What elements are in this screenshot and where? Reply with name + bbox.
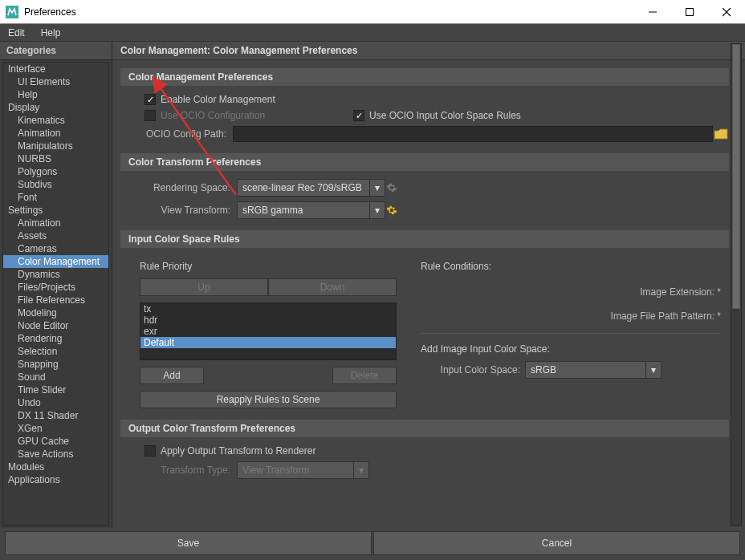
delete-button[interactable]: Delete: [332, 367, 397, 384]
sidebar-item-subdivs[interactable]: Subdivs: [3, 178, 108, 191]
use-ocio-config-checkbox[interactable]: [145, 110, 156, 121]
sidebar-item-file-references[interactable]: File References: [3, 294, 108, 306]
sidebar-item-manipulators[interactable]: Manipulators: [3, 140, 108, 152]
apply-output-transform-label: Apply Output Transform to Renderer: [161, 445, 316, 457]
sidebar-item-undo[interactable]: Undo: [3, 396, 108, 409]
reapply-rules-button[interactable]: Reapply Rules to Scene: [140, 391, 397, 408]
sidebar-item-assets[interactable]: Assets: [3, 229, 108, 242]
rendering-space-value: scene-linear Rec 709/sRGB: [242, 182, 362, 193]
image-extension-label: Image Extension: *: [421, 285, 721, 299]
sidebar-item-help[interactable]: Help: [3, 88, 108, 101]
view-transform-value: sRGB gamma: [242, 205, 303, 216]
menu-help[interactable]: Help: [38, 26, 64, 40]
sidebar-item-node-editor[interactable]: Node Editor: [3, 319, 108, 332]
view-transform-dropdown[interactable]: sRGB gamma ▾: [237, 201, 385, 219]
sidebar-item-display[interactable]: Display: [3, 101, 108, 114]
transform-type-value: View Transform: [242, 465, 309, 476]
sidebar-item-modules[interactable]: Modules: [3, 461, 108, 473]
section-cm-prefs: Color Management Preferences Enable Colo…: [120, 68, 729, 142]
sidebar-item-kinematics[interactable]: Kinematics: [3, 114, 108, 127]
section-header-input-rules: Input Color Space Rules: [120, 230, 729, 248]
menubar: Edit Help: [0, 24, 745, 42]
list-item[interactable]: exr: [140, 326, 396, 337]
sidebar-header: Categories: [0, 42, 112, 60]
sidebar-item-animation[interactable]: Animation: [3, 127, 108, 140]
list-item[interactable]: Default: [140, 337, 396, 348]
sidebar-item-applications[interactable]: Applications: [3, 473, 108, 486]
svg-rect-2: [686, 9, 694, 16]
transform-type-label: Transform Type:: [145, 465, 237, 476]
image-pattern-label: Image File Path Pattern: *: [421, 309, 721, 323]
vertical-scrollbar[interactable]: [731, 43, 742, 526]
sidebar-item-sound[interactable]: Sound: [3, 371, 108, 383]
ocio-path-input[interactable]: [233, 126, 713, 142]
ocio-path-label: OCIO Config Path:: [145, 128, 233, 140]
browse-folder-icon[interactable]: [713, 127, 729, 141]
sidebar-item-gpu-cache[interactable]: GPU Cache: [3, 435, 108, 448]
down-button[interactable]: Down: [268, 278, 397, 296]
chevron-down-icon: ▾: [645, 362, 656, 378]
menu-edit[interactable]: Edit: [5, 26, 28, 40]
rule-conditions-heading: Rule Conditions:: [421, 261, 721, 272]
sidebar-item-polygons[interactable]: Polygons: [3, 165, 108, 178]
section-header-cm-prefs: Color Management Preferences: [120, 68, 729, 86]
gear-icon[interactable]: [385, 204, 398, 217]
sidebar-item-ui-elements[interactable]: UI Elements: [3, 75, 108, 88]
divider: [421, 333, 721, 334]
window-controls: [634, 0, 745, 23]
sidebar-item-rendering[interactable]: Rendering: [3, 332, 108, 345]
section-ct-prefs: Color Transform Preferences Rendering Sp…: [120, 153, 729, 219]
enable-color-mgmt-checkbox[interactable]: [145, 94, 156, 105]
chevron-down-icon: ▾: [369, 202, 380, 218]
sidebar-item-settings[interactable]: Settings: [3, 204, 108, 217]
add-button[interactable]: Add: [140, 367, 204, 384]
use-ocio-rules-checkbox[interactable]: [353, 110, 364, 121]
up-button[interactable]: Up: [140, 278, 268, 296]
enable-color-mgmt-label: Enable Color Management: [161, 94, 275, 105]
rendering-space-label: Rendering Space:: [120, 182, 237, 193]
sidebar-item-time-slider[interactable]: Time Slider: [3, 383, 108, 396]
scrollbar-thumb[interactable]: [732, 44, 740, 309]
sidebar-item-snapping[interactable]: Snapping: [3, 358, 108, 371]
chevron-down-icon: ▾: [353, 462, 364, 478]
sidebar-item-files-projects[interactable]: Files/Projects: [3, 281, 108, 294]
sidebar-item-cameras[interactable]: Cameras: [3, 242, 108, 255]
chevron-down-icon: ▾: [369, 180, 380, 196]
footer-bar: Save Cancel: [0, 528, 745, 560]
maximize-button[interactable]: [671, 0, 708, 24]
minimize-button[interactable]: [634, 0, 671, 24]
save-button[interactable]: Save: [5, 531, 372, 555]
rule-priority-list[interactable]: txhdrexrDefault: [140, 302, 397, 360]
rendering-space-dropdown[interactable]: scene-linear Rec 709/sRGB ▾: [237, 179, 385, 197]
content-area: Color Management: Color Management Prefe…: [112, 42, 745, 528]
sidebar-item-nurbs[interactable]: NURBS: [3, 152, 108, 165]
sidebar-item-xgen[interactable]: XGen: [3, 422, 108, 435]
rule-priority-heading: Rule Priority: [140, 261, 397, 272]
transform-type-dropdown[interactable]: View Transform ▾: [237, 461, 369, 479]
sidebar-item-save-actions[interactable]: Save Actions: [3, 448, 108, 461]
apply-output-transform-checkbox[interactable]: [145, 445, 156, 457]
sidebar-item-color-management[interactable]: Color Management: [3, 255, 108, 268]
gear-icon[interactable]: [385, 181, 398, 194]
cancel-button[interactable]: Cancel: [373, 531, 740, 555]
input-color-space-dropdown[interactable]: sRGB ▾: [525, 361, 662, 379]
section-header-ct-prefs: Color Transform Preferences: [120, 153, 729, 171]
list-item[interactable]: tx: [140, 303, 396, 314]
list-item[interactable]: hdr: [140, 314, 396, 326]
sidebar-item-animation[interactable]: Animation: [3, 217, 108, 229]
close-button[interactable]: [708, 0, 745, 24]
sidebar-item-dx-11-shader[interactable]: DX 11 Shader: [3, 409, 108, 422]
sidebar-item-dynamics[interactable]: Dynamics: [3, 268, 108, 281]
add-input-space-heading: Add Image Input Color Space:: [421, 343, 721, 355]
sidebar-item-modeling[interactable]: Modeling: [3, 306, 108, 319]
main-container: Categories InterfaceUI ElementsHelpDispl…: [0, 42, 745, 528]
app-icon: [5, 5, 19, 19]
content-body: Color Management Preferences Enable Colo…: [112, 60, 745, 528]
section-input-rules: Input Color Space Rules Rule Priority Up…: [120, 230, 729, 408]
sidebar-item-selection[interactable]: Selection: [3, 345, 108, 358]
use-ocio-rules-label: Use OCIO Input Color Space Rules: [369, 110, 521, 121]
window-titlebar: Preferences: [0, 0, 745, 24]
sidebar-item-font[interactable]: Font: [3, 191, 108, 204]
sidebar-item-interface[interactable]: Interface: [3, 63, 108, 75]
category-list[interactable]: InterfaceUI ElementsHelpDisplayKinematic…: [2, 62, 109, 526]
